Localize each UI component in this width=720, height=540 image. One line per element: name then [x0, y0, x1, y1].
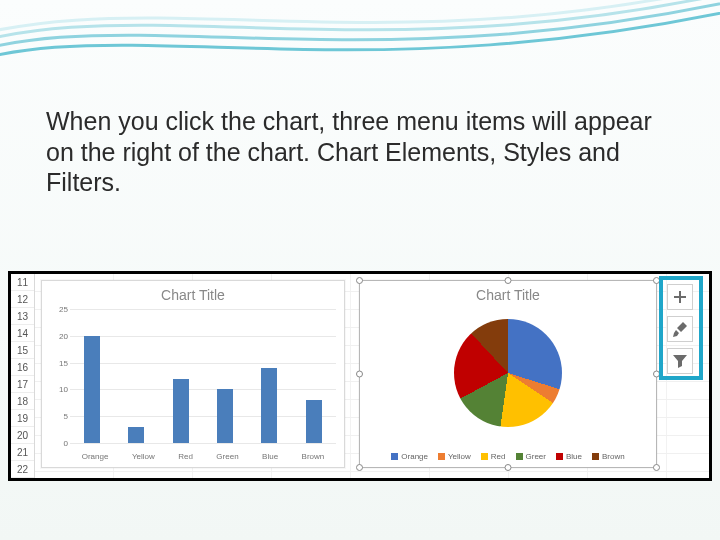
- bar-chart[interactable]: Chart Title 0510152025 OrangeYellowRedGr…: [41, 280, 345, 468]
- row-number: 20: [11, 427, 34, 444]
- x-category-label: Green: [216, 452, 238, 461]
- chart-elements-button[interactable]: [667, 284, 693, 310]
- row-number: 12: [11, 291, 34, 308]
- legend-label: Red: [491, 452, 506, 461]
- bar: [261, 368, 277, 443]
- row-number: 11: [11, 274, 34, 291]
- plus-icon: [672, 289, 688, 305]
- row-number: 15: [11, 342, 34, 359]
- pie-plot-area: [360, 307, 656, 439]
- pie-graphic: [454, 319, 562, 427]
- selection-handle[interactable]: [356, 277, 363, 284]
- bar: [217, 389, 233, 443]
- bar: [128, 427, 144, 443]
- selection-handle[interactable]: [505, 277, 512, 284]
- funnel-icon: [672, 353, 688, 369]
- bar-chart-title: Chart Title: [42, 281, 344, 303]
- excel-screenshot: 111213141516171819202122 Chart Title 051…: [8, 271, 712, 481]
- selection-handle[interactable]: [505, 464, 512, 471]
- row-headers: 111213141516171819202122: [11, 274, 35, 478]
- legend-label: Blue: [566, 452, 582, 461]
- instruction-text: When you click the chart, three menu ite…: [38, 100, 678, 216]
- row-number: 22: [11, 461, 34, 478]
- bar: [306, 400, 322, 443]
- x-category-label: Red: [178, 452, 193, 461]
- row-number: 14: [11, 325, 34, 342]
- slide: When you click the chart, three menu ite…: [0, 0, 720, 540]
- x-category-label: Yellow: [132, 452, 155, 461]
- selection-handle[interactable]: [356, 464, 363, 471]
- row-number: 17: [11, 376, 34, 393]
- row-number: 18: [11, 393, 34, 410]
- bar-x-categories: OrangeYellowRedGreenBlueBrown: [70, 452, 336, 461]
- pie-chart-title: Chart Title: [360, 281, 656, 303]
- x-category-label: Orange: [82, 452, 109, 461]
- selection-handle[interactable]: [653, 464, 660, 471]
- chart-styles-button[interactable]: [667, 316, 693, 342]
- bar: [173, 379, 189, 443]
- row-number: 13: [11, 308, 34, 325]
- x-category-label: Blue: [262, 452, 278, 461]
- worksheet-grid: Chart Title 0510152025 OrangeYellowRedGr…: [35, 274, 709, 478]
- legend-label: Orange: [401, 452, 428, 461]
- legend-label: Yellow: [448, 452, 471, 461]
- x-category-label: Brown: [302, 452, 325, 461]
- selection-handle[interactable]: [653, 277, 660, 284]
- bar-plot-area: 0510152025: [70, 309, 336, 443]
- pie-legend: Orange Yellow Red Greer Blue Brown: [360, 452, 656, 461]
- legend-label: Brown: [602, 452, 625, 461]
- legend-label: Greer: [526, 452, 546, 461]
- chart-tools: [667, 284, 697, 374]
- chart-filters-button[interactable]: [667, 348, 693, 374]
- bar: [84, 336, 100, 443]
- row-number: 19: [11, 410, 34, 427]
- row-number: 21: [11, 444, 34, 461]
- pie-chart[interactable]: Chart Title Orange Yellow Red Greer Blue…: [359, 280, 657, 468]
- row-number: 16: [11, 359, 34, 376]
- paintbrush-icon: [672, 321, 688, 337]
